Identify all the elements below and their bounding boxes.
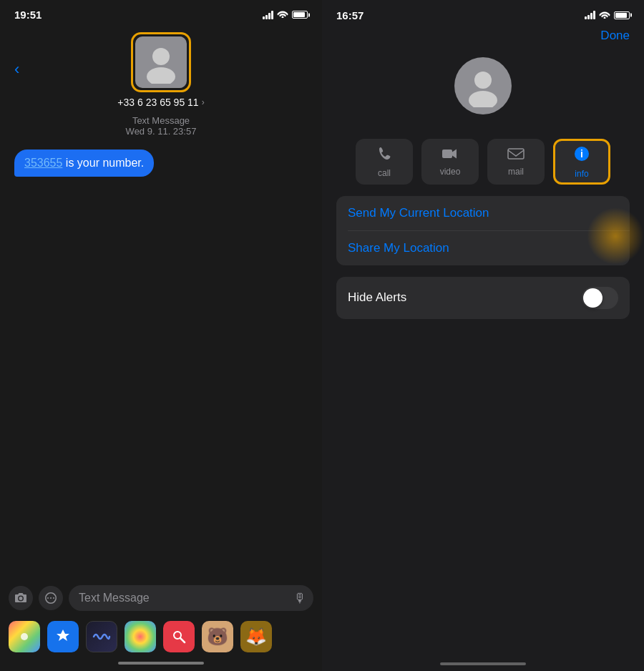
status-icons-left (263, 9, 308, 20)
contact-avatar-left (135, 36, 187, 88)
status-bar-right: 16:57 (322, 0, 644, 26)
status-bar-left: 19:51 (0, 0, 322, 25)
contact-info-right (322, 50, 644, 139)
wifi-icon-left (277, 9, 288, 20)
svg-text:i: i (580, 148, 583, 160)
location-section: Send My Current Location Share My Locati… (336, 196, 630, 265)
contact-chevron: › (202, 97, 205, 107)
svg-rect-8 (508, 149, 524, 159)
home-indicator-right (322, 662, 644, 665)
svg-rect-7 (442, 150, 452, 158)
signal-icon-right (585, 11, 595, 19)
call-button[interactable]: call (356, 139, 413, 185)
battery-icon-right (614, 11, 630, 19)
message-rest: is your number. (66, 157, 144, 169)
toggle-knob (583, 288, 602, 308)
hide-alerts-label: Hide Alerts (348, 290, 406, 305)
mail-icon (507, 147, 525, 164)
done-button[interactable]: Done (600, 29, 630, 43)
header-right: Done (322, 26, 644, 50)
app-icon-wave[interactable] (86, 621, 117, 652)
contact-phone[interactable]: +33 6 23 65 95 11 › (117, 97, 204, 108)
video-icon (441, 147, 459, 164)
send-location-button[interactable]: Send My Current Location (336, 196, 630, 230)
hide-alerts-toggle[interactable] (582, 287, 618, 309)
home-indicator-left (0, 655, 322, 671)
svg-point-1 (147, 67, 175, 84)
service-date: Wed 9. 11. 23:57 (126, 126, 197, 137)
video-button[interactable]: video (421, 139, 479, 185)
message-bubble: 353655 is your number. (14, 150, 154, 177)
app-icon-bear1[interactable]: 🐻 (202, 621, 233, 652)
input-placeholder: Text Message (79, 592, 150, 604)
contact-header-left: ‹ +33 6 23 65 95 11 › (0, 25, 322, 114)
messages-area: 353655 is your number. (0, 142, 322, 579)
call-label: call (378, 168, 391, 178)
text-input-field[interactable]: Text Message 🎙 (69, 585, 313, 611)
info-button[interactable]: i info (553, 139, 610, 185)
battery-icon-left (292, 11, 308, 19)
info-label: info (575, 169, 588, 179)
info-icon: i (573, 145, 590, 166)
contact-avatar-right (454, 57, 512, 114)
app-icon-bear2[interactable]: 🦊 (240, 621, 272, 652)
action-buttons-row: call video mail (322, 139, 644, 196)
camera-button[interactable] (9, 586, 33, 610)
app-icon-appstore[interactable] (47, 621, 79, 652)
signal-icon-left (263, 11, 273, 19)
status-icons-right (585, 9, 630, 21)
mail-button[interactable]: mail (487, 139, 545, 185)
hide-alerts-section: Hide Alerts (336, 277, 630, 319)
app-strip: 🐻 🦊 (0, 617, 322, 655)
back-button[interactable]: ‹ (14, 60, 19, 79)
share-location-button[interactable]: Share My Location (336, 231, 630, 265)
call-icon (376, 146, 392, 165)
hide-alerts-row: Hide Alerts (336, 277, 630, 319)
svg-point-2 (21, 633, 28, 640)
phone-right: 16:57 Done (322, 0, 644, 671)
apps-button[interactable] (39, 586, 63, 610)
app-icon-search[interactable] (163, 621, 195, 652)
bottom-bar: Text Message 🎙 (0, 579, 322, 617)
phone-left: 19:51 ‹ (0, 0, 322, 671)
contact-service-row: Text Message Wed 9. 11. 23:57 (0, 114, 322, 142)
svg-point-5 (474, 72, 492, 89)
app-icon-color[interactable] (125, 621, 156, 652)
contact-avatar-wrapper (131, 32, 191, 92)
service-label: Text Message (132, 115, 190, 126)
app-icon-photos[interactable] (9, 621, 40, 652)
mail-label: mail (508, 167, 524, 177)
time-left: 19:51 (14, 9, 42, 21)
message-highlight[interactable]: 353655 (24, 157, 62, 169)
time-right: 16:57 (336, 9, 364, 21)
svg-line-4 (180, 638, 185, 642)
video-label: video (440, 167, 461, 177)
mic-icon: 🎙 (293, 591, 306, 606)
svg-point-0 (152, 48, 170, 65)
svg-point-6 (469, 91, 497, 107)
wifi-icon-right (599, 9, 610, 21)
